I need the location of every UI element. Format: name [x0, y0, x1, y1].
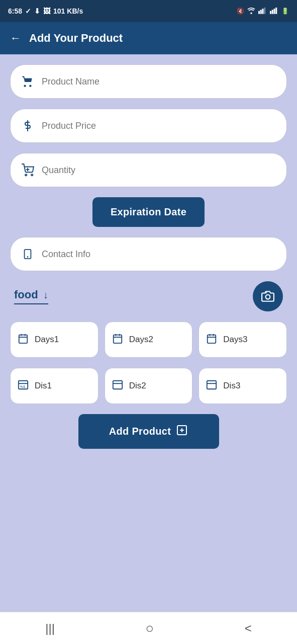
calendar-icon-3 — [206, 333, 218, 347]
svg-rect-19 — [19, 335, 28, 343]
home-nav-icon[interactable]: ○ — [145, 620, 154, 636]
add-product-button[interactable]: Add Product — [78, 414, 219, 449]
cart-icon — [21, 75, 35, 88]
svg-rect-37 — [207, 380, 216, 389]
page-title: Add Your Product — [29, 32, 123, 45]
status-right: 🔇 🔋 — [237, 7, 289, 16]
expiration-date-button[interactable]: Expiration Date — [92, 197, 205, 227]
category-row: food ↓ + — [10, 281, 287, 311]
product-name-input[interactable] — [42, 76, 276, 87]
nav-bar: ||| ○ < — [0, 612, 297, 644]
category-selector[interactable]: food ↓ — [14, 288, 48, 304]
status-time: 6:58 — [8, 7, 22, 15]
back-nav-icon[interactable]: < — [245, 621, 252, 635]
calendar-icon-2 — [112, 333, 124, 347]
download-icon: ⬇ — [34, 7, 40, 15]
svg-rect-0 — [258, 11, 260, 14]
discount-row: % & Dis1 Dis2 Dis3 — [10, 368, 287, 404]
svg-rect-3 — [264, 8, 265, 14]
discount-icon-1: % & — [18, 379, 30, 393]
svg-rect-27 — [208, 335, 216, 343]
discount-icon-3 — [206, 379, 218, 393]
svg-rect-4 — [270, 11, 271, 14]
dis1-label: Dis1 — [35, 381, 52, 391]
wifi-icon — [247, 7, 256, 16]
signal-icon — [258, 7, 267, 16]
svg-point-10 — [25, 174, 27, 176]
data-speed: 101 KB/s — [53, 7, 83, 15]
contact-info-input[interactable] — [42, 249, 276, 260]
svg-text:+: + — [265, 290, 268, 295]
check-icon: ✓ — [25, 7, 31, 15]
svg-rect-23 — [113, 335, 122, 343]
signal-icon-2 — [270, 7, 279, 16]
menu-nav-icon[interactable]: ||| — [45, 621, 55, 635]
days1-label: Days1 — [35, 335, 59, 345]
image-icon: 🖼 — [43, 7, 50, 15]
quantity-input[interactable] — [42, 165, 276, 176]
category-arrow-icon: ↓ — [43, 289, 48, 301]
contact-info-field[interactable] — [10, 237, 287, 271]
main-content: Expiration Date food ↓ + — [0, 54, 297, 612]
dis2-label: Dis2 — [129, 381, 146, 391]
battery-icon: 🔋 — [281, 8, 289, 15]
dis1-item[interactable]: % & Dis1 — [10, 368, 98, 404]
days-row: Days1 Days2 Days — [10, 321, 287, 358]
svg-rect-1 — [260, 10, 262, 14]
svg-text:&: & — [23, 385, 26, 388]
days3-label: Days3 — [223, 335, 247, 345]
product-name-field[interactable] — [10, 64, 287, 99]
category-label: food — [14, 288, 38, 301]
svg-rect-6 — [274, 9, 275, 14]
phone-icon — [21, 248, 35, 261]
product-price-field[interactable] — [10, 109, 287, 143]
quantity-field[interactable] — [10, 153, 287, 187]
discount-icon-2 — [112, 379, 124, 393]
product-price-input[interactable] — [42, 121, 276, 131]
dis2-item[interactable]: Dis2 — [105, 368, 193, 404]
dis3-item[interactable]: Dis3 — [199, 368, 287, 404]
days1-item[interactable]: Days1 — [10, 321, 98, 358]
status-bar: 6:58 ✓ ⬇ 🖼 101 KB/s 🔇 🔋 — [0, 0, 297, 22]
days2-label: Days2 — [129, 335, 153, 345]
header: ← Add Your Product — [0, 22, 297, 54]
dis3-label: Dis3 — [223, 381, 240, 391]
status-left: 6:58 ✓ ⬇ 🖼 101 KB/s — [8, 7, 83, 15]
svg-rect-35 — [113, 380, 122, 389]
svg-rect-5 — [272, 10, 273, 14]
svg-rect-7 — [275, 8, 277, 14]
days2-item[interactable]: Days2 — [105, 321, 193, 358]
svg-point-16 — [266, 295, 270, 299]
calendar-icon-1 — [18, 333, 30, 347]
quantity-icon — [21, 164, 35, 177]
mute-icon: 🔇 — [237, 8, 244, 15]
days3-item[interactable]: Days3 — [199, 321, 287, 358]
svg-text:%: % — [20, 385, 23, 388]
add-product-icon — [176, 424, 188, 439]
back-button[interactable]: ← — [10, 32, 21, 45]
add-product-label: Add Product — [109, 426, 171, 437]
camera-button[interactable]: + — [253, 281, 283, 311]
svg-rect-2 — [262, 9, 264, 14]
dollar-icon — [21, 119, 35, 132]
svg-point-11 — [31, 174, 33, 176]
